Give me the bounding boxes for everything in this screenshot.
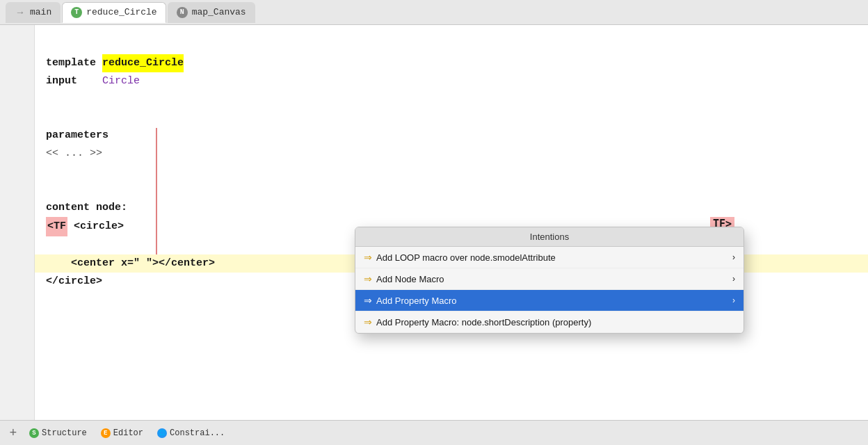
center-tag-open: <center x=" [46, 254, 140, 273]
code-blank-4 [35, 163, 868, 181]
structure-btn[interactable]: S Structure [24, 426, 93, 440]
editor-icon: E [101, 428, 111, 438]
tab-reduce-circle-icon: T [71, 7, 82, 18]
tab-map-canvas-label: map_Canvas [192, 7, 246, 17]
structure-label: Structure [42, 428, 87, 438]
main-area: template reduce_Circle input Circle para… [0, 25, 868, 420]
intentions-item-loop-macro[interactable]: ⇒ Add LOOP macro over node.smodelAttribu… [355, 247, 744, 268]
keyword-parameters: parameters [46, 127, 108, 145]
code-editor[interactable]: template reduce_Circle input Circle para… [35, 25, 868, 420]
tab-main[interactable]: → main [6, 2, 61, 23]
tab-reduce-circle-label: reduce_Circle [86, 7, 156, 17]
code-blank-2 [35, 90, 868, 108]
tab-main-icon: → [15, 7, 26, 18]
code-line-blank-1 [35, 36, 868, 54]
code-blank-3 [35, 108, 868, 127]
intentions-item-property-macro-desc[interactable]: ⇒ Add Property Macro: node.shortDescript… [355, 312, 744, 333]
code-line-params-value: << ... >> [35, 145, 868, 163]
tab-main-label: main [30, 7, 51, 17]
intentions-item-node-macro[interactable]: ⇒ Add Node Macro › [355, 268, 744, 290]
loop-macro-label: Add LOOP macro over node.smodelAttribute [376, 252, 556, 263]
circle-close-tag: </circle> [46, 273, 102, 291]
params-value: << ... >> [46, 145, 102, 163]
code-line-input: input Circle [35, 72, 868, 90]
template-name-highlighted: reduce_Circle [102, 54, 184, 72]
tab-bar: → main T reduce_Circle N map_Canvas [0, 0, 868, 25]
property-macro-desc-icon: ⇒ [364, 316, 372, 327]
node-macro-label: Add Node Macro [376, 274, 444, 284]
keyword-input: input [46, 72, 102, 90]
line-gutter [0, 25, 35, 420]
add-button[interactable]: + [6, 426, 21, 441]
code-line-template: template reduce_Circle [35, 54, 868, 72]
property-macro-icon: ⇒ [364, 295, 372, 306]
plus-label: + [10, 426, 17, 440]
center-quote [140, 254, 146, 273]
center-tag-close: "></center> [146, 254, 215, 273]
intentions-item-property-macro[interactable]: ⇒ Add Property Macro › [355, 290, 744, 312]
node-macro-icon: ⇒ [364, 273, 372, 284]
structure-icon: S [29, 428, 39, 438]
code-line-parameters: parameters [35, 127, 868, 145]
tf-separator [67, 218, 74, 236]
node-macro-arrow: › [732, 274, 735, 284]
constraints-btn[interactable]: 🌐 Constrai... [152, 426, 230, 440]
keyword-template: template [46, 54, 102, 72]
loop-macro-arrow: › [732, 252, 735, 262]
property-macro-label: Add Property Macro [376, 296, 457, 306]
editor-label: Editor [113, 428, 143, 438]
intentions-header: Intentions [355, 227, 744, 247]
editor-btn[interactable]: E Editor [95, 426, 149, 440]
loop-macro-icon: ⇒ [364, 252, 372, 263]
property-macro-desc-label: Add Property Macro: node.shortDescriptio… [376, 317, 591, 327]
keyword-content-node: content node: [46, 199, 127, 217]
input-type: Circle [102, 72, 140, 90]
tab-reduce-circle[interactable]: T reduce_Circle [62, 2, 166, 23]
constraints-icon: 🌐 [157, 428, 167, 438]
tab-map-canvas-icon: N [177, 7, 188, 18]
property-macro-arrow: › [732, 296, 735, 305]
tf-open-tag: <TF [46, 217, 67, 236]
code-blank-5 [35, 181, 868, 199]
tab-map-canvas[interactable]: N map_Canvas [168, 2, 255, 23]
code-line-content-node: content node: [35, 199, 868, 217]
circle-open-tag: <circle> [74, 218, 124, 236]
constraints-label: Constrai... [170, 428, 225, 438]
bottom-bar: + S Structure E Editor 🌐 Constrai... [0, 420, 868, 445]
intentions-panel: Intentions ⇒ Add LOOP macro over node.sm… [355, 227, 744, 334]
